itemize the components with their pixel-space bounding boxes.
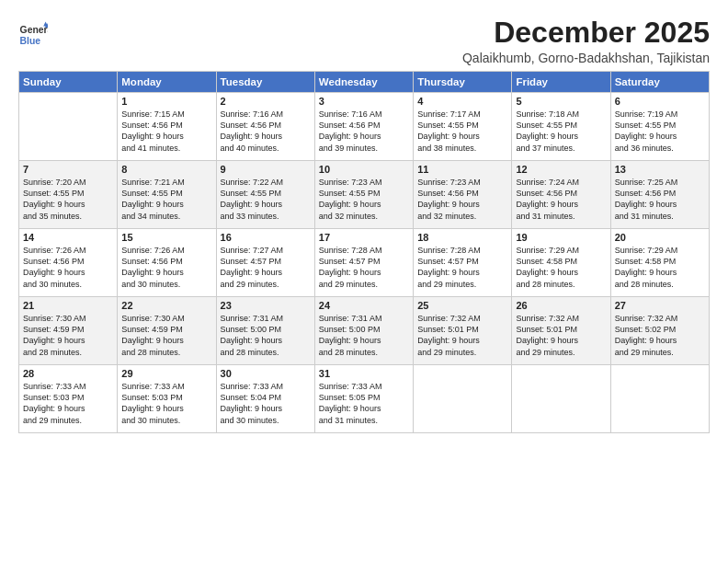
calendar-cell: 13Sunrise: 7:25 AM Sunset: 4:56 PM Dayli… [610,161,709,229]
weekday-header-sunday: Sunday [19,72,118,93]
calendar-cell: 16Sunrise: 7:27 AM Sunset: 4:57 PM Dayli… [216,229,314,297]
cell-content: Sunrise: 7:24 AM Sunset: 4:56 PM Dayligh… [516,177,606,222]
calendar-cell: 21Sunrise: 7:30 AM Sunset: 4:59 PM Dayli… [19,297,118,365]
cell-content: Sunrise: 7:31 AM Sunset: 5:00 PM Dayligh… [319,313,409,358]
day-number: 2 [221,96,311,107]
day-number: 4 [417,96,507,107]
calendar-cell: 20Sunrise: 7:29 AM Sunset: 4:58 PM Dayli… [610,229,709,297]
calendar-cell: 30Sunrise: 7:33 AM Sunset: 5:04 PM Dayli… [216,365,314,433]
day-number: 1 [121,96,211,107]
cell-content: Sunrise: 7:33 AM Sunset: 5:05 PM Dayligh… [319,381,409,426]
day-number: 24 [319,300,409,311]
day-number: 30 [221,368,311,379]
day-number: 8 [121,164,211,175]
calendar-week-5: 28Sunrise: 7:33 AM Sunset: 5:03 PM Dayli… [19,365,710,433]
svg-text:General: General [20,25,48,35]
cell-content: Sunrise: 7:20 AM Sunset: 4:55 PM Dayligh… [23,177,113,222]
title-block: December 2025 Qalaikhumb, Gorno-Badakhsh… [462,17,710,65]
cell-content: Sunrise: 7:22 AM Sunset: 4:55 PM Dayligh… [221,177,311,222]
calendar-cell: 9Sunrise: 7:22 AM Sunset: 4:55 PM Daylig… [216,161,314,229]
cell-content: Sunrise: 7:19 AM Sunset: 4:55 PM Dayligh… [615,109,705,154]
calendar-cell: 11Sunrise: 7:23 AM Sunset: 4:56 PM Dayli… [414,161,512,229]
day-number: 29 [121,368,211,379]
logo: General Blue [18,20,51,50]
calendar-cell: 18Sunrise: 7:28 AM Sunset: 4:57 PM Dayli… [414,229,512,297]
calendar-week-1: 1Sunrise: 7:15 AM Sunset: 4:56 PM Daylig… [19,93,710,161]
cell-content: Sunrise: 7:26 AM Sunset: 4:56 PM Dayligh… [23,245,113,290]
day-number: 20 [615,232,705,243]
cell-content: Sunrise: 7:26 AM Sunset: 4:56 PM Dayligh… [121,245,211,290]
calendar-cell: 14Sunrise: 7:26 AM Sunset: 4:56 PM Dayli… [19,229,118,297]
cell-content: Sunrise: 7:32 AM Sunset: 5:02 PM Dayligh… [615,313,705,358]
cell-content: Sunrise: 7:33 AM Sunset: 5:03 PM Dayligh… [23,381,113,426]
day-number: 31 [319,368,409,379]
calendar-cell: 3Sunrise: 7:16 AM Sunset: 4:56 PM Daylig… [314,93,413,161]
day-number: 22 [121,300,211,311]
calendar-table: SundayMondayTuesdayWednesdayThursdayFrid… [18,71,710,433]
month-title: December 2025 [462,17,710,49]
calendar-cell [512,365,610,433]
day-number: 25 [417,300,507,311]
cell-content: Sunrise: 7:16 AM Sunset: 4:56 PM Dayligh… [221,109,311,154]
calendar-cell: 17Sunrise: 7:28 AM Sunset: 4:57 PM Dayli… [314,229,413,297]
cell-content: Sunrise: 7:21 AM Sunset: 4:55 PM Dayligh… [121,177,211,222]
day-number: 23 [221,300,311,311]
calendar-cell: 10Sunrise: 7:23 AM Sunset: 4:55 PM Dayli… [314,161,413,229]
calendar-cell: 19Sunrise: 7:29 AM Sunset: 4:58 PM Dayli… [512,229,610,297]
day-number: 21 [23,300,113,311]
calendar-cell: 31Sunrise: 7:33 AM Sunset: 5:05 PM Dayli… [314,365,413,433]
day-number: 5 [516,96,606,107]
weekday-header-monday: Monday [118,72,216,93]
calendar-cell: 2Sunrise: 7:16 AM Sunset: 4:56 PM Daylig… [216,93,314,161]
calendar-week-4: 21Sunrise: 7:30 AM Sunset: 4:59 PM Dayli… [19,297,710,365]
weekday-header-wednesday: Wednesday [314,72,413,93]
weekday-header-friday: Friday [512,72,610,93]
cell-content: Sunrise: 7:29 AM Sunset: 4:58 PM Dayligh… [615,245,705,290]
day-number: 6 [615,96,705,107]
day-number: 16 [221,232,311,243]
day-number: 11 [417,164,507,175]
cell-content: Sunrise: 7:32 AM Sunset: 5:01 PM Dayligh… [417,313,507,358]
cell-content: Sunrise: 7:28 AM Sunset: 4:57 PM Dayligh… [417,245,507,290]
cell-content: Sunrise: 7:15 AM Sunset: 4:56 PM Dayligh… [121,109,211,154]
cell-content: Sunrise: 7:29 AM Sunset: 4:58 PM Dayligh… [516,245,606,290]
calendar-cell: 4Sunrise: 7:17 AM Sunset: 4:55 PM Daylig… [414,93,512,161]
day-number: 19 [516,232,606,243]
calendar-cell [610,365,709,433]
weekday-header-row: SundayMondayTuesdayWednesdayThursdayFrid… [19,72,710,93]
day-number: 3 [319,96,409,107]
day-number: 15 [121,232,211,243]
calendar-cell: 28Sunrise: 7:33 AM Sunset: 5:03 PM Dayli… [19,365,118,433]
cell-content: Sunrise: 7:25 AM Sunset: 4:56 PM Dayligh… [615,177,705,222]
cell-content: Sunrise: 7:30 AM Sunset: 4:59 PM Dayligh… [23,313,113,358]
calendar-cell [414,365,512,433]
day-number: 12 [516,164,606,175]
calendar-cell: 23Sunrise: 7:31 AM Sunset: 5:00 PM Dayli… [216,297,314,365]
logo-icon: General Blue [18,20,48,50]
location: Qalaikhumb, Gorno-Badakhshan, Tajikistan [462,51,710,65]
calendar-cell [19,93,118,161]
header: General Blue December 2025 Qalaikhumb, G… [18,17,710,65]
day-number: 7 [23,164,113,175]
calendar-cell: 8Sunrise: 7:21 AM Sunset: 4:55 PM Daylig… [118,161,216,229]
weekday-header-saturday: Saturday [610,72,709,93]
cell-content: Sunrise: 7:32 AM Sunset: 5:01 PM Dayligh… [516,313,606,358]
day-number: 26 [516,300,606,311]
cell-content: Sunrise: 7:33 AM Sunset: 5:04 PM Dayligh… [221,381,311,426]
day-number: 10 [319,164,409,175]
calendar-cell: 7Sunrise: 7:20 AM Sunset: 4:55 PM Daylig… [19,161,118,229]
weekday-header-thursday: Thursday [414,72,512,93]
cell-content: Sunrise: 7:17 AM Sunset: 4:55 PM Dayligh… [417,109,507,154]
calendar-week-2: 7Sunrise: 7:20 AM Sunset: 4:55 PM Daylig… [19,161,710,229]
cell-content: Sunrise: 7:18 AM Sunset: 4:55 PM Dayligh… [516,109,606,154]
day-number: 9 [221,164,311,175]
calendar-cell: 25Sunrise: 7:32 AM Sunset: 5:01 PM Dayli… [414,297,512,365]
page-container: General Blue December 2025 Qalaikhumb, G… [0,0,728,442]
cell-content: Sunrise: 7:16 AM Sunset: 4:56 PM Dayligh… [319,109,409,154]
calendar-cell: 22Sunrise: 7:30 AM Sunset: 4:59 PM Dayli… [118,297,216,365]
cell-content: Sunrise: 7:31 AM Sunset: 5:00 PM Dayligh… [221,313,311,358]
cell-content: Sunrise: 7:23 AM Sunset: 4:55 PM Dayligh… [319,177,409,222]
cell-content: Sunrise: 7:30 AM Sunset: 4:59 PM Dayligh… [121,313,211,358]
calendar-week-3: 14Sunrise: 7:26 AM Sunset: 4:56 PM Dayli… [19,229,710,297]
calendar-cell: 24Sunrise: 7:31 AM Sunset: 5:00 PM Dayli… [314,297,413,365]
